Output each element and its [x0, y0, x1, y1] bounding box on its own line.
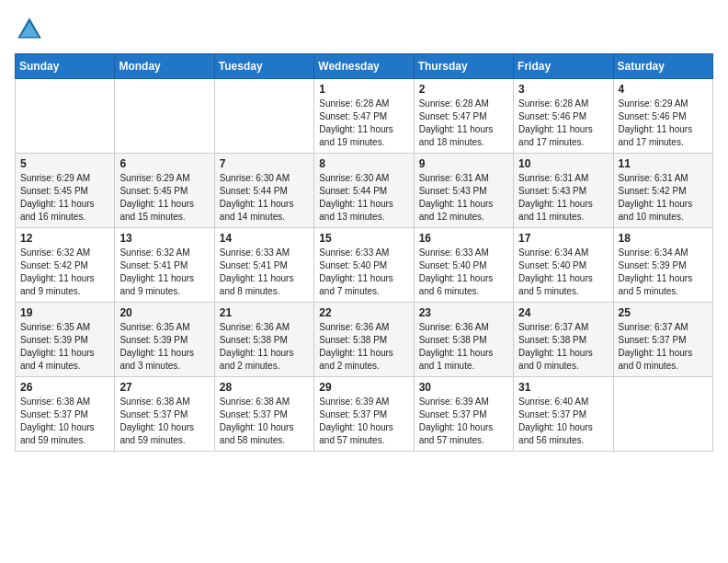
day-cell: 21Sunrise: 6:36 AM Sunset: 5:38 PM Dayli…	[214, 303, 313, 377]
day-info: Sunrise: 6:33 AM Sunset: 5:40 PM Dayligh…	[419, 247, 508, 298]
day-number: 28	[220, 381, 309, 394]
day-cell: 13Sunrise: 6:32 AM Sunset: 5:41 PM Dayli…	[115, 228, 214, 303]
day-info: Sunrise: 6:40 AM Sunset: 5:37 PM Dayligh…	[518, 396, 608, 447]
day-number: 15	[319, 232, 408, 245]
header-cell-thursday: Thursday	[414, 54, 513, 79]
day-cell: 9Sunrise: 6:31 AM Sunset: 5:43 PM Daylig…	[414, 154, 513, 228]
day-cell: 23Sunrise: 6:36 AM Sunset: 5:38 PM Dayli…	[414, 303, 513, 377]
day-number: 2	[419, 83, 508, 96]
day-number: 31	[518, 381, 608, 394]
day-number: 20	[119, 306, 209, 319]
day-number: 19	[20, 306, 109, 319]
day-number: 29	[319, 381, 408, 394]
day-info: Sunrise: 6:34 AM Sunset: 5:40 PM Dayligh…	[518, 247, 608, 298]
day-number: 5	[20, 157, 109, 170]
day-info: Sunrise: 6:29 AM Sunset: 5:45 PM Dayligh…	[20, 172, 109, 224]
day-number: 23	[419, 306, 508, 319]
day-cell: 28Sunrise: 6:38 AM Sunset: 5:37 PM Dayli…	[214, 377, 313, 452]
day-number: 21	[220, 306, 309, 319]
day-info: Sunrise: 6:28 AM Sunset: 5:47 PM Dayligh…	[319, 98, 408, 149]
day-info: Sunrise: 6:28 AM Sunset: 5:47 PM Dayligh…	[419, 98, 508, 149]
day-info: Sunrise: 6:38 AM Sunset: 5:37 PM Dayligh…	[220, 396, 309, 447]
header-cell-sunday: Sunday	[16, 54, 115, 79]
header-cell-tuesday: Tuesday	[214, 54, 313, 79]
day-cell: 18Sunrise: 6:34 AM Sunset: 5:39 PM Dayli…	[613, 228, 712, 303]
day-cell: 7Sunrise: 6:30 AM Sunset: 5:44 PM Daylig…	[214, 154, 313, 228]
header-cell-friday: Friday	[514, 54, 613, 79]
day-cell: 25Sunrise: 6:37 AM Sunset: 5:37 PM Dayli…	[613, 303, 712, 377]
day-info: Sunrise: 6:29 AM Sunset: 5:46 PM Dayligh…	[619, 98, 708, 149]
calendar-body: 1Sunrise: 6:28 AM Sunset: 5:47 PM Daylig…	[16, 79, 713, 452]
day-cell	[115, 79, 214, 154]
day-cell	[214, 79, 313, 154]
day-number: 14	[220, 232, 309, 245]
header-cell-wednesday: Wednesday	[314, 54, 414, 79]
day-number: 6	[119, 157, 209, 170]
day-cell: 2Sunrise: 6:28 AM Sunset: 5:47 PM Daylig…	[414, 79, 513, 154]
day-info: Sunrise: 6:38 AM Sunset: 5:37 PM Dayligh…	[119, 396, 209, 447]
day-cell: 11Sunrise: 6:31 AM Sunset: 5:42 PM Dayli…	[613, 154, 712, 228]
logo	[15, 15, 48, 44]
day-cell: 15Sunrise: 6:33 AM Sunset: 5:40 PM Dayli…	[314, 228, 414, 303]
day-cell: 29Sunrise: 6:39 AM Sunset: 5:37 PM Dayli…	[314, 377, 414, 452]
day-info: Sunrise: 6:39 AM Sunset: 5:37 PM Dayligh…	[419, 396, 508, 447]
day-cell: 31Sunrise: 6:40 AM Sunset: 5:37 PM Dayli…	[514, 377, 613, 452]
day-cell: 20Sunrise: 6:35 AM Sunset: 5:39 PM Dayli…	[115, 303, 214, 377]
day-cell: 19Sunrise: 6:35 AM Sunset: 5:39 PM Dayli…	[16, 303, 115, 377]
day-number: 13	[119, 232, 209, 245]
day-number: 4	[619, 83, 708, 96]
day-cell: 24Sunrise: 6:37 AM Sunset: 5:38 PM Dayli…	[514, 303, 613, 377]
day-info: Sunrise: 6:33 AM Sunset: 5:40 PM Dayligh…	[319, 247, 408, 298]
header-row: SundayMondayTuesdayWednesdayThursdayFrid…	[16, 54, 713, 79]
header-cell-monday: Monday	[115, 54, 214, 79]
day-info: Sunrise: 6:38 AM Sunset: 5:37 PM Dayligh…	[20, 396, 109, 447]
day-number: 18	[619, 232, 708, 245]
day-info: Sunrise: 6:31 AM Sunset: 5:42 PM Dayligh…	[619, 172, 708, 224]
day-number: 22	[319, 306, 408, 319]
day-cell: 16Sunrise: 6:33 AM Sunset: 5:40 PM Dayli…	[414, 228, 513, 303]
day-info: Sunrise: 6:33 AM Sunset: 5:41 PM Dayligh…	[220, 247, 309, 298]
day-cell: 8Sunrise: 6:30 AM Sunset: 5:44 PM Daylig…	[314, 154, 414, 228]
day-cell: 6Sunrise: 6:29 AM Sunset: 5:45 PM Daylig…	[115, 154, 214, 228]
day-cell: 1Sunrise: 6:28 AM Sunset: 5:47 PM Daylig…	[314, 79, 414, 154]
page-header	[15, 15, 713, 44]
day-cell: 4Sunrise: 6:29 AM Sunset: 5:46 PM Daylig…	[613, 79, 712, 154]
day-info: Sunrise: 6:30 AM Sunset: 5:44 PM Dayligh…	[319, 172, 408, 224]
day-cell	[16, 79, 115, 154]
day-number: 1	[319, 83, 408, 96]
day-cell: 22Sunrise: 6:36 AM Sunset: 5:38 PM Dayli…	[314, 303, 414, 377]
logo-icon	[15, 15, 44, 44]
day-number: 26	[20, 381, 109, 394]
day-cell: 26Sunrise: 6:38 AM Sunset: 5:37 PM Dayli…	[16, 377, 115, 452]
day-number: 17	[518, 232, 608, 245]
day-info: Sunrise: 6:37 AM Sunset: 5:38 PM Dayligh…	[518, 321, 608, 373]
day-info: Sunrise: 6:36 AM Sunset: 5:38 PM Dayligh…	[419, 321, 508, 373]
day-info: Sunrise: 6:36 AM Sunset: 5:38 PM Dayligh…	[220, 321, 309, 373]
day-info: Sunrise: 6:29 AM Sunset: 5:45 PM Dayligh…	[119, 172, 209, 224]
day-info: Sunrise: 6:28 AM Sunset: 5:46 PM Dayligh…	[518, 98, 608, 149]
day-info: Sunrise: 6:32 AM Sunset: 5:41 PM Dayligh…	[119, 247, 209, 298]
week-row-1: 1Sunrise: 6:28 AM Sunset: 5:47 PM Daylig…	[16, 79, 713, 154]
week-row-3: 12Sunrise: 6:32 AM Sunset: 5:42 PM Dayli…	[16, 228, 713, 303]
day-cell: 10Sunrise: 6:31 AM Sunset: 5:43 PM Dayli…	[514, 154, 613, 228]
day-cell: 5Sunrise: 6:29 AM Sunset: 5:45 PM Daylig…	[16, 154, 115, 228]
day-cell: 30Sunrise: 6:39 AM Sunset: 5:37 PM Dayli…	[414, 377, 513, 452]
week-row-5: 26Sunrise: 6:38 AM Sunset: 5:37 PM Dayli…	[16, 377, 713, 452]
week-row-4: 19Sunrise: 6:35 AM Sunset: 5:39 PM Dayli…	[16, 303, 713, 377]
header-cell-saturday: Saturday	[613, 54, 712, 79]
day-info: Sunrise: 6:31 AM Sunset: 5:43 PM Dayligh…	[518, 172, 608, 224]
day-number: 9	[419, 157, 508, 170]
calendar-table: SundayMondayTuesdayWednesdayThursdayFrid…	[15, 53, 713, 452]
day-info: Sunrise: 6:32 AM Sunset: 5:42 PM Dayligh…	[20, 247, 109, 298]
day-info: Sunrise: 6:30 AM Sunset: 5:44 PM Dayligh…	[220, 172, 309, 224]
day-number: 16	[419, 232, 508, 245]
day-cell: 27Sunrise: 6:38 AM Sunset: 5:37 PM Dayli…	[115, 377, 214, 452]
day-number: 25	[619, 306, 708, 319]
day-info: Sunrise: 6:34 AM Sunset: 5:39 PM Dayligh…	[619, 247, 708, 298]
week-row-2: 5Sunrise: 6:29 AM Sunset: 5:45 PM Daylig…	[16, 154, 713, 228]
day-info: Sunrise: 6:31 AM Sunset: 5:43 PM Dayligh…	[419, 172, 508, 224]
day-info: Sunrise: 6:35 AM Sunset: 5:39 PM Dayligh…	[20, 321, 109, 373]
day-cell: 3Sunrise: 6:28 AM Sunset: 5:46 PM Daylig…	[514, 79, 613, 154]
day-number: 8	[319, 157, 408, 170]
day-info: Sunrise: 6:37 AM Sunset: 5:37 PM Dayligh…	[619, 321, 708, 373]
